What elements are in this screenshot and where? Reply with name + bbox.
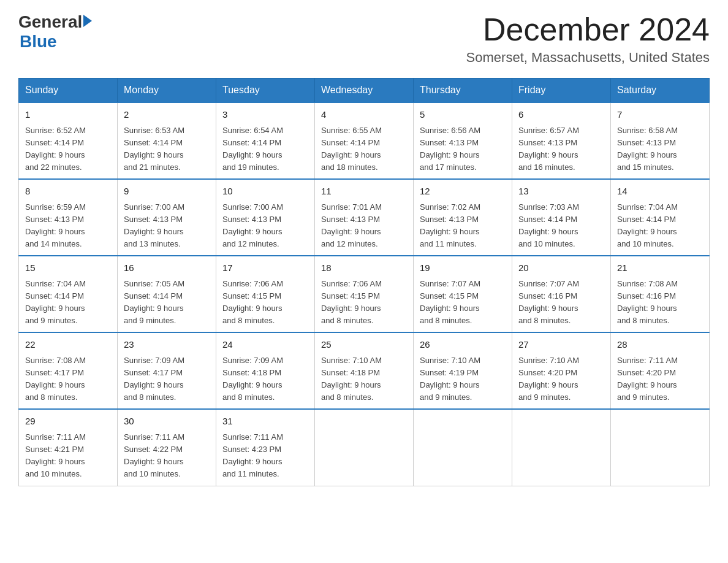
day-cell-29: 29Sunrise: 7:11 AMSunset: 4:21 PMDayligh… xyxy=(19,409,118,486)
week-row-2: 8Sunrise: 6:59 AMSunset: 4:13 PMDaylight… xyxy=(19,179,710,256)
day-info: Sunrise: 7:11 AMSunset: 4:21 PMDaylight:… xyxy=(25,431,111,481)
day-cell-3: 3Sunrise: 6:54 AMSunset: 4:14 PMDaylight… xyxy=(216,102,315,179)
day-cell-24: 24Sunrise: 7:09 AMSunset: 4:18 PMDayligh… xyxy=(216,332,315,409)
day-number: 17 xyxy=(222,261,308,275)
day-info: Sunrise: 6:57 AMSunset: 4:13 PMDaylight:… xyxy=(518,124,604,174)
day-number: 26 xyxy=(420,338,506,352)
day-info: Sunrise: 7:07 AMSunset: 4:15 PMDaylight:… xyxy=(420,278,506,327)
day-number: 5 xyxy=(420,108,506,122)
day-info: Sunrise: 7:00 AMSunset: 4:13 PMDaylight:… xyxy=(222,201,308,251)
day-number: 16 xyxy=(124,261,210,275)
empty-cell xyxy=(414,409,512,486)
day-number: 21 xyxy=(617,261,703,275)
day-number: 3 xyxy=(222,108,308,122)
day-info: Sunrise: 7:05 AMSunset: 4:14 PMDaylight:… xyxy=(124,278,210,327)
day-number: 22 xyxy=(25,338,111,352)
day-info: Sunrise: 7:07 AMSunset: 4:16 PMDaylight:… xyxy=(518,278,604,327)
day-cell-11: 11Sunrise: 7:01 AMSunset: 4:13 PMDayligh… xyxy=(315,179,414,256)
day-info: Sunrise: 7:11 AMSunset: 4:22 PMDaylight:… xyxy=(124,431,210,481)
day-cell-1: 1Sunrise: 6:52 AMSunset: 4:14 PMDaylight… xyxy=(19,102,118,179)
day-cell-10: 10Sunrise: 7:00 AMSunset: 4:13 PMDayligh… xyxy=(216,179,315,256)
weekday-header-monday: Monday xyxy=(118,79,216,103)
day-cell-31: 31Sunrise: 7:11 AMSunset: 4:23 PMDayligh… xyxy=(216,409,315,486)
day-info: Sunrise: 7:11 AMSunset: 4:20 PMDaylight:… xyxy=(617,354,703,404)
day-cell-5: 5Sunrise: 6:56 AMSunset: 4:13 PMDaylight… xyxy=(414,102,512,179)
day-number: 12 xyxy=(420,185,506,199)
logo-general: General xyxy=(18,12,82,32)
day-info: Sunrise: 7:06 AMSunset: 4:15 PMDaylight:… xyxy=(321,278,407,327)
day-cell-28: 28Sunrise: 7:11 AMSunset: 4:20 PMDayligh… xyxy=(611,332,710,409)
day-info: Sunrise: 6:59 AMSunset: 4:13 PMDaylight:… xyxy=(25,201,111,251)
calendar-title-area: December 2024 Somerset, Massachusetts, U… xyxy=(466,12,710,66)
day-number: 31 xyxy=(222,415,308,429)
day-info: Sunrise: 7:09 AMSunset: 4:18 PMDaylight:… xyxy=(222,354,308,404)
day-info: Sunrise: 7:10 AMSunset: 4:19 PMDaylight:… xyxy=(420,354,506,404)
day-number: 6 xyxy=(518,108,604,122)
day-cell-19: 19Sunrise: 7:07 AMSunset: 4:15 PMDayligh… xyxy=(414,256,512,332)
day-cell-22: 22Sunrise: 7:08 AMSunset: 4:17 PMDayligh… xyxy=(19,332,118,409)
day-info: Sunrise: 7:11 AMSunset: 4:23 PMDaylight:… xyxy=(222,431,308,481)
day-cell-12: 12Sunrise: 7:02 AMSunset: 4:13 PMDayligh… xyxy=(414,179,512,256)
day-number: 29 xyxy=(25,415,111,429)
page-header: General Blue December 2024 Somerset, Mas… xyxy=(18,12,710,66)
week-row-1: 1Sunrise: 6:52 AMSunset: 4:14 PMDaylight… xyxy=(19,102,710,179)
day-cell-26: 26Sunrise: 7:10 AMSunset: 4:19 PMDayligh… xyxy=(414,332,512,409)
empty-cell xyxy=(512,409,611,486)
day-info: Sunrise: 6:55 AMSunset: 4:14 PMDaylight:… xyxy=(321,124,407,174)
week-row-3: 15Sunrise: 7:04 AMSunset: 4:14 PMDayligh… xyxy=(19,256,710,332)
day-cell-13: 13Sunrise: 7:03 AMSunset: 4:14 PMDayligh… xyxy=(512,179,611,256)
day-info: Sunrise: 7:08 AMSunset: 4:17 PMDaylight:… xyxy=(25,354,111,404)
day-info: Sunrise: 7:10 AMSunset: 4:20 PMDaylight:… xyxy=(518,354,604,404)
day-cell-21: 21Sunrise: 7:08 AMSunset: 4:16 PMDayligh… xyxy=(611,256,710,332)
day-info: Sunrise: 6:56 AMSunset: 4:13 PMDaylight:… xyxy=(420,124,506,174)
day-info: Sunrise: 7:02 AMSunset: 4:13 PMDaylight:… xyxy=(420,201,506,251)
day-cell-2: 2Sunrise: 6:53 AMSunset: 4:14 PMDaylight… xyxy=(118,102,216,179)
day-number: 18 xyxy=(321,261,407,275)
day-cell-30: 30Sunrise: 7:11 AMSunset: 4:22 PMDayligh… xyxy=(118,409,216,486)
day-info: Sunrise: 6:53 AMSunset: 4:14 PMDaylight:… xyxy=(124,124,210,174)
day-number: 4 xyxy=(321,108,407,122)
day-cell-7: 7Sunrise: 6:58 AMSunset: 4:13 PMDaylight… xyxy=(611,102,710,179)
weekday-header-friday: Friday xyxy=(512,79,611,103)
calendar-table: SundayMondayTuesdayWednesdayThursdayFrid… xyxy=(18,78,710,486)
day-info: Sunrise: 6:54 AMSunset: 4:14 PMDaylight:… xyxy=(222,124,308,174)
day-cell-14: 14Sunrise: 7:04 AMSunset: 4:14 PMDayligh… xyxy=(611,179,710,256)
day-info: Sunrise: 7:10 AMSunset: 4:18 PMDaylight:… xyxy=(321,354,407,404)
day-cell-8: 8Sunrise: 6:59 AMSunset: 4:13 PMDaylight… xyxy=(19,179,118,256)
day-number: 27 xyxy=(518,338,604,352)
day-info: Sunrise: 7:00 AMSunset: 4:13 PMDaylight:… xyxy=(124,201,210,251)
day-number: 11 xyxy=(321,185,407,199)
day-number: 15 xyxy=(25,261,111,275)
empty-cell xyxy=(611,409,710,486)
day-number: 25 xyxy=(321,338,407,352)
weekday-header-tuesday: Tuesday xyxy=(216,79,315,103)
day-info: Sunrise: 7:08 AMSunset: 4:16 PMDaylight:… xyxy=(617,278,703,327)
day-number: 7 xyxy=(617,108,703,122)
day-number: 9 xyxy=(124,185,210,199)
day-number: 20 xyxy=(518,261,604,275)
day-number: 10 xyxy=(222,185,308,199)
day-number: 28 xyxy=(617,338,703,352)
day-cell-15: 15Sunrise: 7:04 AMSunset: 4:14 PMDayligh… xyxy=(19,256,118,332)
day-number: 8 xyxy=(25,185,111,199)
day-info: Sunrise: 7:03 AMSunset: 4:14 PMDaylight:… xyxy=(518,201,604,251)
week-row-5: 29Sunrise: 7:11 AMSunset: 4:21 PMDayligh… xyxy=(19,409,710,486)
weekday-header-thursday: Thursday xyxy=(414,79,512,103)
location-title: Somerset, Massachusetts, United States xyxy=(466,50,710,66)
day-cell-9: 9Sunrise: 7:00 AMSunset: 4:13 PMDaylight… xyxy=(118,179,216,256)
day-info: Sunrise: 7:01 AMSunset: 4:13 PMDaylight:… xyxy=(321,201,407,251)
week-row-4: 22Sunrise: 7:08 AMSunset: 4:17 PMDayligh… xyxy=(19,332,710,409)
day-cell-25: 25Sunrise: 7:10 AMSunset: 4:18 PMDayligh… xyxy=(315,332,414,409)
day-cell-16: 16Sunrise: 7:05 AMSunset: 4:14 PMDayligh… xyxy=(118,256,216,332)
logo: General Blue xyxy=(18,12,92,52)
day-cell-20: 20Sunrise: 7:07 AMSunset: 4:16 PMDayligh… xyxy=(512,256,611,332)
day-number: 30 xyxy=(124,415,210,429)
day-number: 1 xyxy=(25,108,111,122)
day-info: Sunrise: 6:52 AMSunset: 4:14 PMDaylight:… xyxy=(25,124,111,174)
weekday-header-sunday: Sunday xyxy=(19,79,118,103)
day-info: Sunrise: 7:04 AMSunset: 4:14 PMDaylight:… xyxy=(25,278,111,327)
day-info: Sunrise: 6:58 AMSunset: 4:13 PMDaylight:… xyxy=(617,124,703,174)
day-cell-17: 17Sunrise: 7:06 AMSunset: 4:15 PMDayligh… xyxy=(216,256,315,332)
day-info: Sunrise: 7:09 AMSunset: 4:17 PMDaylight:… xyxy=(124,354,210,404)
month-title: December 2024 xyxy=(466,12,710,47)
